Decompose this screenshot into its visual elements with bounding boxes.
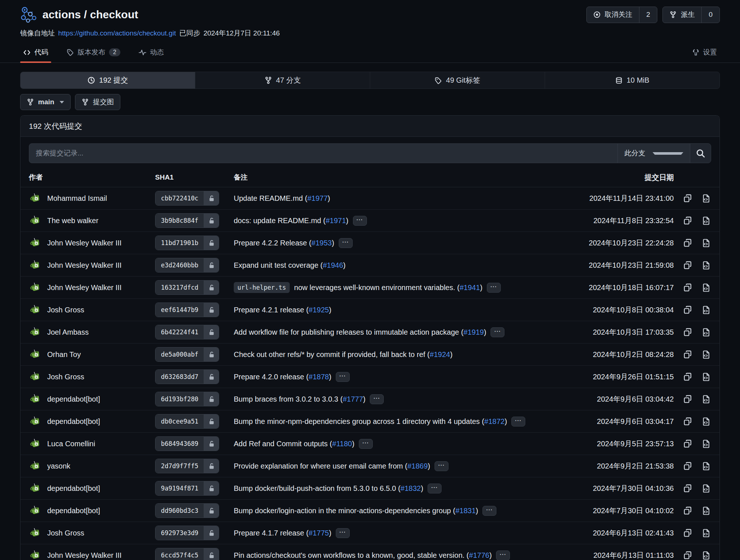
issue-link[interactable]: #1775 <box>309 529 329 537</box>
author-name[interactable]: John Wesley Walker III <box>47 239 121 247</box>
commit-graph-button[interactable]: 提交图 <box>75 94 120 110</box>
avatar[interactable] <box>29 192 42 205</box>
branch-selector[interactable]: main <box>20 94 71 110</box>
commit-sha-button[interactable]: 6d193bf280 <box>155 392 219 406</box>
copy-sha-button[interactable] <box>683 238 692 248</box>
author-name[interactable]: dependabot[bot] <box>47 507 100 515</box>
issue-link[interactable]: #1878 <box>309 373 329 381</box>
issue-link[interactable]: #1977 <box>307 194 328 202</box>
copy-sha-button[interactable] <box>683 305 692 315</box>
issue-link[interactable]: #1924 <box>430 350 450 358</box>
commit-sha-button[interactable]: b684943689 <box>155 436 219 451</box>
browse-source-button[interactable] <box>701 439 711 449</box>
expand-commit-button[interactable]: ··· <box>353 216 367 226</box>
unwatch-button[interactable]: 取消关注 2 <box>586 7 658 23</box>
browse-source-button[interactable] <box>701 350 711 360</box>
stat-commits[interactable]: 192 提交 <box>20 72 195 89</box>
expand-commit-button[interactable]: ··· <box>339 238 353 248</box>
expand-commit-button[interactable]: ··· <box>511 417 525 426</box>
browse-source-button[interactable] <box>701 216 711 226</box>
commit-sha-button[interactable]: 6b42224f41 <box>155 325 219 339</box>
avatar[interactable] <box>29 459 42 473</box>
commit-sha-button[interactable]: db0cee9a51 <box>155 414 219 429</box>
browse-source-button[interactable] <box>701 372 711 382</box>
issue-link[interactable]: #1946 <box>323 261 343 269</box>
expand-commit-button[interactable]: ··· <box>482 506 496 516</box>
mirror-url-link[interactable]: https://github.com/actions/checkout.git <box>58 29 176 37</box>
copy-sha-button[interactable] <box>683 528 692 538</box>
stat-size[interactable]: 10 MiB <box>545 72 720 89</box>
browse-source-button[interactable] <box>701 283 711 293</box>
author-name[interactable]: dependabot[bot] <box>47 395 100 403</box>
issue-link[interactable]: #1971 <box>326 217 346 225</box>
avatar[interactable] <box>29 326 42 339</box>
browse-source-button[interactable] <box>701 506 711 516</box>
tab-releases[interactable]: 版本发布 2 <box>64 43 123 63</box>
avatar[interactable] <box>29 348 42 361</box>
author-name[interactable]: Josh Gross <box>47 529 84 537</box>
copy-sha-button[interactable] <box>683 550 692 560</box>
copy-sha-button[interactable] <box>683 417 692 426</box>
browse-source-button[interactable] <box>701 484 711 493</box>
author-name[interactable]: dependabot[bot] <box>47 417 100 426</box>
browse-source-button[interactable] <box>701 305 711 315</box>
copy-sha-button[interactable] <box>683 283 692 293</box>
search-input[interactable] <box>29 144 617 163</box>
avatar[interactable] <box>29 549 42 560</box>
issue-link[interactable]: #1831 <box>455 507 476 515</box>
watchers-count[interactable]: 2 <box>639 7 657 23</box>
search-button[interactable] <box>690 144 711 163</box>
expand-commit-button[interactable]: ··· <box>496 550 510 560</box>
tab-activity[interactable]: 动态 <box>136 43 167 63</box>
avatar[interactable] <box>29 281 42 294</box>
forks-count[interactable]: 0 <box>701 7 720 23</box>
commit-sha-button[interactable]: d632683dd7 <box>155 369 219 384</box>
copy-sha-button[interactable] <box>683 327 692 337</box>
browse-source-button[interactable] <box>701 550 711 560</box>
browse-source-button[interactable] <box>701 461 711 471</box>
avatar[interactable] <box>29 392 42 406</box>
author-name[interactable]: Mohammad Ismail <box>47 194 107 203</box>
copy-sha-button[interactable] <box>683 216 692 226</box>
avatar[interactable] <box>29 259 42 272</box>
issue-link[interactable]: #1776 <box>469 551 489 559</box>
author-name[interactable]: Josh Gross <box>47 306 84 314</box>
avatar[interactable] <box>29 214 42 227</box>
author-name[interactable]: yasonk <box>47 462 70 470</box>
issue-link[interactable]: #1869 <box>407 462 428 470</box>
avatar[interactable] <box>29 415 42 428</box>
avatar[interactable] <box>29 526 42 540</box>
tab-code[interactable]: 代码 <box>20 43 51 63</box>
avatar[interactable] <box>29 370 42 383</box>
browse-source-button[interactable] <box>701 193 711 203</box>
avatar[interactable] <box>29 236 42 249</box>
stat-branches[interactable]: 47 分支 <box>195 72 370 89</box>
copy-sha-button[interactable] <box>683 461 692 471</box>
author-name[interactable]: John Wesley Walker III <box>47 551 121 560</box>
issue-link[interactable]: #1777 <box>343 395 363 403</box>
commit-sha-button[interactable]: 692973e3d9 <box>155 526 219 540</box>
browse-source-button[interactable] <box>701 238 711 248</box>
author-name[interactable]: Luca Comellini <box>47 440 95 448</box>
browse-source-button[interactable] <box>701 528 711 538</box>
author-name[interactable]: Orhan Toy <box>47 350 81 359</box>
issue-link[interactable]: #1180 <box>332 440 352 448</box>
issue-link[interactable]: #1941 <box>460 283 480 292</box>
tab-settings[interactable]: 设置 <box>689 43 720 63</box>
branch-filter-dropdown[interactable]: 此分支 <box>617 144 690 163</box>
commit-sha-button[interactable]: 2d7d9f7ff5 <box>155 459 219 473</box>
browse-source-button[interactable] <box>701 260 711 270</box>
commit-sha-button[interactable]: dd960bd3c3 <box>155 503 219 518</box>
commit-sha-button[interactable]: eef61447b9 <box>155 302 219 317</box>
avatar[interactable] <box>29 437 42 450</box>
author-name[interactable]: dependabot[bot] <box>47 484 100 493</box>
issue-link[interactable]: #1953 <box>311 239 332 247</box>
repo-title[interactable]: actions / checkout <box>42 8 138 21</box>
issue-link[interactable]: #1832 <box>401 484 421 492</box>
copy-sha-button[interactable] <box>683 394 692 404</box>
author-name[interactable]: The web walker <box>47 217 98 225</box>
copy-sha-button[interactable] <box>683 439 692 449</box>
expand-commit-button[interactable]: ··· <box>487 283 501 293</box>
author-name[interactable]: John Wesley Walker III <box>47 261 121 270</box>
issue-link[interactable]: #1925 <box>309 306 329 314</box>
